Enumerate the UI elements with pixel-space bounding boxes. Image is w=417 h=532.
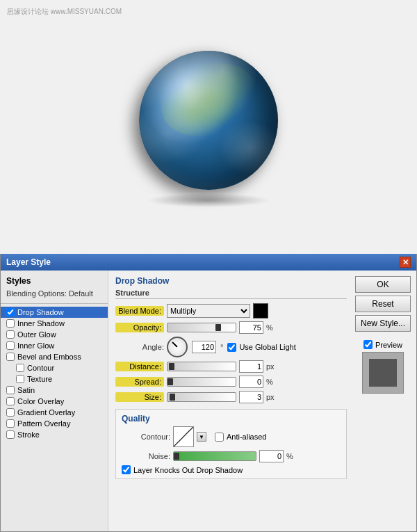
sidebar-item-texture[interactable]: Texture [1,373,108,385]
inner-glow-label: Inner Glow [17,341,54,350]
sidebar-item-drop-shadow[interactable]: Drop Shadow [1,307,108,318]
contour-checkbox[interactable] [16,364,24,372]
dial-needle [172,341,177,347]
blend-mode-select[interactable]: Multiply Normal Screen [167,304,250,318]
spread-label: Spread: [115,377,164,387]
watermark: 思缘设计论坛 www.MISSYUAN.COM [7,7,122,17]
styles-header: Styles [1,274,108,288]
distance-slider-container: px [167,360,275,373]
inner-shadow-checkbox[interactable] [6,319,15,328]
knock-out-label: Layer Knocks Out Drop Shadow [133,466,243,474]
sidebar-item-bevel-emboss[interactable]: Bevel and Emboss [1,351,108,362]
opacity-slider[interactable] [167,323,236,332]
drop-shadow-label: Drop Shadow [17,308,64,316]
angle-row: Angle: ° Use Global Light [115,337,347,357]
anti-alias-label: Anti-aliased [227,433,266,441]
preview-inner [369,359,397,387]
sidebar-item-outer-glow[interactable]: Outer Glow [1,329,108,340]
size-slider-container: px [167,391,275,403]
right-panel: Drop Shadow Structure Blend Mode: Multip… [108,271,416,531]
use-global-light-label: Use Global Light [239,343,295,351]
size-slider-handle[interactable] [170,394,175,401]
spread-row: Spread: % [115,376,347,388]
contour-curve-svg [174,427,193,446]
outer-glow-checkbox[interactable] [6,330,15,339]
quality-title: Quality [122,414,341,424]
noise-slider-handle[interactable] [174,453,179,460]
preview-checkbox[interactable] [363,340,373,349]
opacity-slider-container: % [167,321,273,334]
angle-degree: ° [220,343,223,351]
blend-mode-label: Blend Mode: [115,306,164,316]
noise-input[interactable] [259,450,284,462]
noise-row: Noise: % [122,450,341,462]
opacity-unit: % [266,323,273,332]
sidebar-item-inner-glow[interactable]: Inner Glow [1,340,108,351]
action-buttons: OK Reset New Style... Preview [355,276,411,394]
left-panel: Styles Blending Options: Default Drop Sh… [1,271,108,531]
preview-checkbox-row: Preview [363,340,402,349]
noise-slider[interactable] [173,451,256,461]
spread-unit: % [266,378,273,386]
distance-slider[interactable] [167,362,236,371]
shadow-color-swatch[interactable] [253,303,268,319]
layer-style-dialog: Layer Style ✕ Styles Blending Options: D… [0,254,417,532]
pattern-overlay-label: Pattern Overlay [17,419,70,428]
quality-section: Quality Contour: ▼ Anti-aliased [115,409,347,479]
size-unit: px [266,393,275,401]
reset-button[interactable]: Reset [355,296,411,312]
contour-dropdown-arrow[interactable]: ▼ [197,432,206,442]
angle-input[interactable] [192,341,216,353]
distance-slider-handle[interactable] [169,363,174,370]
sidebar-item-satin[interactable]: Satin [1,385,108,396]
anti-alias-checkbox[interactable] [215,433,224,442]
spread-input[interactable] [239,376,263,388]
sidebar-item-gradient-overlay[interactable]: Gradient Overlay [1,407,108,418]
angle-dial[interactable] [167,337,188,357]
drop-shadow-checkbox[interactable] [6,308,15,316]
preview-label: Preview [375,341,402,349]
bevel-emboss-checkbox[interactable] [6,353,15,361]
use-global-light-checkbox[interactable] [227,343,236,352]
knock-out-checkbox[interactable] [122,465,131,474]
gradient-overlay-label: Gradient Overlay [17,408,75,417]
blending-options-label[interactable]: Blending Options: Default [1,288,108,300]
dialog-content: Styles Blending Options: Default Drop Sh… [1,271,416,531]
size-input[interactable] [239,391,263,403]
sidebar-item-contour[interactable]: Contour [1,362,108,373]
sidebar-item-inner-shadow[interactable]: Inner Shadow [1,318,108,329]
pattern-overlay-checkbox[interactable] [6,419,15,428]
distance-input[interactable] [239,360,263,373]
knock-out-row: Layer Knocks Out Drop Shadow [122,465,341,474]
spread-slider-container: % [167,376,273,388]
distance-label: Distance: [115,362,164,371]
use-global-light-row: Use Global Light [227,343,295,352]
ok-button[interactable]: OK [355,276,411,293]
close-button[interactable]: ✕ [400,257,411,268]
angle-container: ° Use Global Light [167,337,296,357]
gradient-overlay-checkbox[interactable] [6,408,15,417]
satin-checkbox[interactable] [6,386,15,394]
main-content: Drop Shadow Structure Blend Mode: Multip… [115,276,347,479]
contour-preview[interactable] [173,426,194,447]
new-style-button[interactable]: New Style... [355,315,411,332]
stroke-checkbox[interactable] [6,430,15,439]
contour-row: Contour: ▼ Anti-aliased [122,426,341,447]
opacity-label: Opacity: [115,323,164,332]
sidebar-item-pattern-overlay[interactable]: Pattern Overlay [1,418,108,429]
bevel-emboss-label: Bevel and Emboss [17,353,81,361]
outer-glow-label: Outer Glow [17,330,56,339]
size-slider[interactable] [167,392,236,402]
opacity-slider-handle[interactable] [215,324,221,331]
spread-slider[interactable] [167,377,236,387]
texture-checkbox[interactable] [16,375,24,383]
dialog-title: Layer Style [6,257,51,267]
stroke-label: Stroke [17,430,40,439]
earth-globe [139,51,278,190]
sidebar-item-color-overlay[interactable]: Color Overlay [1,396,108,407]
opacity-input[interactable] [239,321,263,334]
inner-glow-checkbox[interactable] [6,341,15,350]
sidebar-item-stroke[interactable]: Stroke [1,429,108,440]
spread-slider-handle[interactable] [167,378,173,385]
color-overlay-checkbox[interactable] [6,397,15,405]
